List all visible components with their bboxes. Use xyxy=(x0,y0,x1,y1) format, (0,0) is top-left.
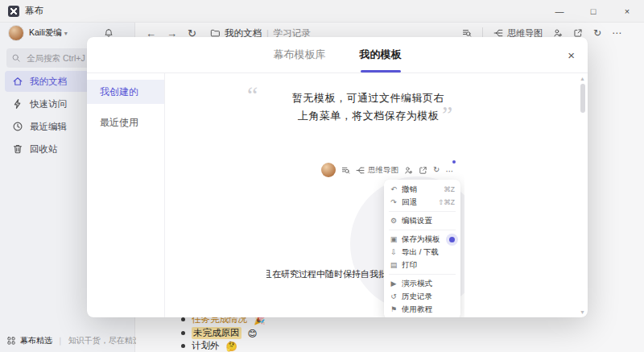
mindmap-icon xyxy=(356,166,365,175)
app-window: 幕布 — □ × Kaili爱编 ▾ 我的文档 快速访问 xyxy=(0,0,644,352)
menu-item-presentation-mode: ▶ 演示模式 xyxy=(384,277,460,290)
settings-icon: ⚙ xyxy=(390,217,398,225)
titlebar: 幕布 — □ × xyxy=(0,0,644,23)
redo-icon: ↷ xyxy=(390,198,398,206)
maximize-button[interactable]: □ xyxy=(576,0,610,23)
modal-content: “ 暂无模板，可通过文件编辑页右 上角菜单，将文档保存为模板 ” 思维导图 xyxy=(165,73,588,317)
app-title: 幕布 xyxy=(25,5,43,17)
notification-dot xyxy=(452,160,456,164)
avatar xyxy=(321,163,336,177)
mindmap-label: 思维导图 xyxy=(368,165,398,176)
close-icon[interactable]: × xyxy=(568,37,575,72)
menu-item-created-by-me[interactable]: 我创建的 xyxy=(87,80,164,104)
tutorial-icon: ⚑ xyxy=(390,305,398,313)
menu-item-label: 保存为模板 xyxy=(402,234,440,245)
minimize-button[interactable]: — xyxy=(543,0,576,23)
history-icon: ↺ xyxy=(390,292,398,300)
modal-side-menu: 我创建的 最近使用 xyxy=(87,73,165,317)
more-glyph: ⋯ xyxy=(445,167,453,176)
download-icon: ⇩ xyxy=(390,248,398,256)
sync-icon: ↻ xyxy=(433,166,440,174)
mindmap-toggle-button: 思维导图 xyxy=(356,165,398,176)
shortcut: ⌘Z xyxy=(444,185,455,193)
presentation-icon: ▶ xyxy=(390,280,398,288)
quote-close: ” xyxy=(442,102,452,126)
menu-divider xyxy=(389,211,456,212)
menu-item-label: 编辑设置 xyxy=(402,216,432,226)
menu-item-print: ▤ 打印 xyxy=(384,259,460,271)
menu-item-history: ↺ 历史记录 xyxy=(384,290,460,303)
template-icon: ▣ xyxy=(390,235,398,243)
tab-label: 幕布模板库 xyxy=(274,48,326,62)
menu-item-export-download: ⇩ 导出 / 下载 xyxy=(384,246,460,259)
hint-illustration: 思维导图 ↻ ⋯ 且在研究过程中随时保持自我批 ↶ xyxy=(266,157,464,317)
menu-item-label: 撤销 xyxy=(402,184,417,195)
empty-state-line2: 上角菜单，将文档保存为模板 xyxy=(165,109,572,123)
invite-collaborator-icon xyxy=(404,166,413,175)
menu-divider xyxy=(389,230,456,230)
print-icon: ▤ xyxy=(390,261,398,269)
app-logo-icon xyxy=(8,6,19,17)
scrollbar-thumb[interactable] xyxy=(580,84,585,113)
tab-template-library[interactable]: 幕布模板库 xyxy=(274,37,326,72)
scroll-down-icon[interactable]: ▼ xyxy=(580,309,585,315)
empty-state-line1: 暂无模板，可通过文件编辑页右 xyxy=(165,91,572,106)
more-icon: ⋯ xyxy=(445,163,453,177)
menu-item-undo: ↶ 撤销 ⌘Z xyxy=(384,183,460,196)
highlight-pointer-dot xyxy=(449,237,455,242)
modal-header: 幕布模板库 我的模板 × xyxy=(87,37,588,73)
illustration-doc-text: 且在研究过程中随时保持自我批 xyxy=(266,268,387,280)
menu-item-label: 回退 xyxy=(402,197,417,208)
illustration-toolbar: 思维导图 ↻ ⋯ xyxy=(321,163,453,177)
undo-icon: ↶ xyxy=(390,185,398,193)
menu-item-label: 演示模式 xyxy=(402,279,432,289)
scroll-up-icon[interactable]: ▲ xyxy=(580,76,585,81)
menu-item-label: 导出 / 下载 xyxy=(402,247,439,258)
menu-divider xyxy=(389,274,456,275)
menu-item-save-as-template: ▣ 保存为模板 xyxy=(384,233,460,246)
menu-item-label: 打印 xyxy=(402,260,417,271)
window-controls: — □ × xyxy=(543,0,644,23)
doc-search-icon xyxy=(341,166,350,175)
tab-label: 我的模板 xyxy=(360,48,402,62)
modal-body: 我创建的 最近使用 “ 暂无模板，可通过文件编辑页右 上角菜单，将文档保存为模板… xyxy=(87,73,588,317)
close-window-button[interactable]: × xyxy=(610,0,644,23)
template-modal: 幕布模板库 我的模板 × 我创建的 最近使用 “ 暂无模板，可通过文件编辑页右 … xyxy=(87,37,588,317)
menu-item-label: 历史记录 xyxy=(402,292,432,302)
menu-item-label: 使用教程 xyxy=(402,304,432,315)
shortcut: ⇧⌘Z xyxy=(438,198,455,206)
menu-item-redo: ↷ 回退 ⇧⌘Z xyxy=(384,196,460,209)
tab-my-templates[interactable]: 我的模板 xyxy=(360,37,402,72)
illustration-dropdown-menu: ↶ 撤销 ⌘Z ↷ 回退 ⇧⌘Z ⚙ 编辑设置 xyxy=(384,180,460,317)
menu-item-recently-used[interactable]: 最近使用 xyxy=(87,110,164,135)
share-icon xyxy=(419,166,427,175)
menu-item-edit-settings: ⚙ 编辑设置 xyxy=(384,214,460,227)
menu-item-tutorial: ⚑ 使用教程 xyxy=(384,303,460,316)
